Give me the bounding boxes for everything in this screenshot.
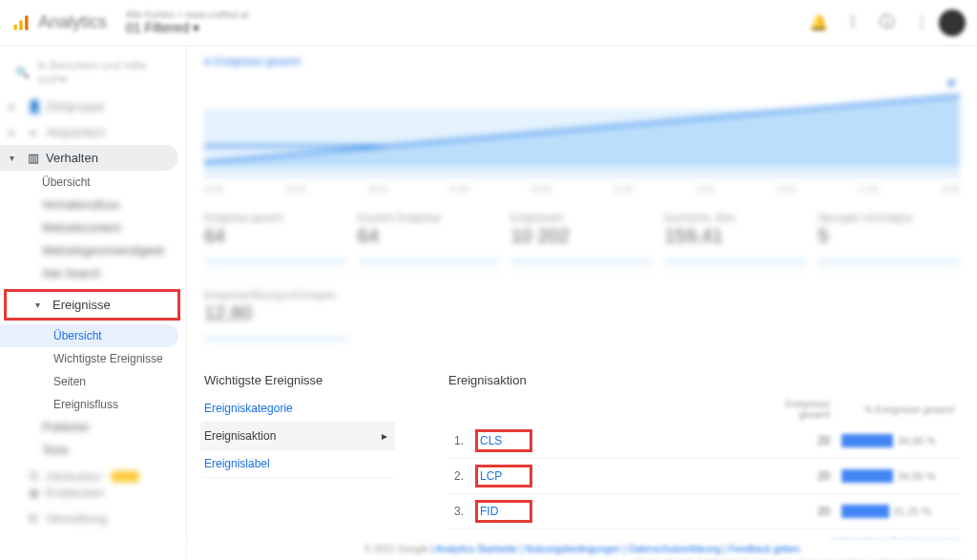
sub-ereignisse-wichtigste[interactable]: Wichtigste Ereignisse <box>0 347 186 370</box>
nav-entdecken[interactable]: ◉Entdecken <box>0 480 179 506</box>
table-row[interactable]: 1. CLS 20 34,00 % <box>448 424 960 459</box>
table-row[interactable]: 2. LCP 20 34,00 % <box>448 459 960 494</box>
sub-ereignisse-seiten[interactable]: Seiten <box>0 370 186 393</box>
main-content: Ereignisse gesamt 01.0003.0005.0007.0009… <box>187 46 977 560</box>
sub-websitecontent[interactable]: Websitecontent <box>0 217 186 239</box>
event-action-link[interactable]: FID <box>475 500 532 523</box>
sub-tests[interactable]: Tests <box>0 439 186 462</box>
sub-sitesearch[interactable]: Site Search <box>0 262 186 285</box>
search-placeholder: In Berichten und Hilfe suche <box>37 59 171 86</box>
scorecards-row1: Ereignisse gesamt64Einzelne Ereignisse64… <box>204 213 960 271</box>
nav-zielgruppe[interactable]: ▸👤Zielgruppe <box>0 93 178 119</box>
chart-legend: Ereignisse gesamt <box>204 55 960 67</box>
sub-verhaltensfluss[interactable]: Verhaltensfluss <box>0 194 186 217</box>
sub-websitegeschw[interactable]: Websitegeschwindigkeit <box>0 239 186 262</box>
account-path: Alle Konten > www.crafted.at <box>126 10 248 20</box>
svg-rect-1 <box>19 20 22 30</box>
sidebar: 🔍 In Berichten und Hilfe suche ▸👤Zielgru… <box>0 46 187 560</box>
scorecard[interactable]: Ereigniswert10 202 <box>511 213 654 271</box>
discover-icon: ◉ <box>27 486 40 500</box>
nav-verwaltung[interactable]: ⚙Verwaltung <box>0 506 179 531</box>
help-icon[interactable]: ⓘ <box>874 10 901 36</box>
search-icon: 🔍 <box>15 66 30 79</box>
chevron-right-icon: ▸ <box>382 429 387 443</box>
chevron-down-icon: ▾ <box>193 20 199 35</box>
highlight-ereignisse: ▾Ereignisse <box>4 289 180 321</box>
gear-icon: ⚙ <box>27 511 40 526</box>
scorecard[interactable]: Einzelne Ereignisse64 <box>358 213 500 271</box>
app-header: Analytics Alle Konten > www.crafted.at 0… <box>0 0 977 46</box>
brand-name: Analytics <box>38 12 107 32</box>
more-icon[interactable]: ⋮ <box>908 10 935 36</box>
nav-verhalten[interactable]: ▾▥Verhalten <box>0 145 178 171</box>
col-count: Ereignisse gesamt <box>779 395 836 424</box>
user-avatar[interactable] <box>939 10 966 36</box>
sub-publisher[interactable]: Publisher <box>0 416 186 439</box>
sub-ereignisse[interactable]: ▾Ereignisse <box>7 292 177 318</box>
event-action-link[interactable]: CLS <box>475 429 532 452</box>
sub-ereignisse-uebersicht[interactable]: Übersicht <box>0 324 178 347</box>
apps-icon[interactable]: ⦙⦙ <box>840 10 866 36</box>
dim-ereigniskategorie[interactable]: Ereigniskategorie <box>204 395 395 423</box>
scorecards-row2: Ereignisse/Sitzung mit Ereignis12,80 <box>204 290 960 348</box>
notifications-icon[interactable]: 🔔 <box>805 10 832 36</box>
behavior-icon: ▥ <box>27 151 40 165</box>
event-action-link[interactable]: LCP <box>475 465 532 487</box>
acquisition-icon: ▸ <box>27 125 40 139</box>
scorecard[interactable]: Ereignisse/Sitzung mit Ereignis12,80 <box>204 290 347 348</box>
account-selector[interactable]: Alle Konten > www.crafted.at 01 Filtered… <box>126 10 248 35</box>
dim-ereignislabel[interactable]: Ereignislabel <box>204 450 395 478</box>
analytics-logo-icon <box>11 13 31 32</box>
table-title: Ereignisaktion <box>448 373 960 395</box>
svg-rect-2 <box>25 15 28 30</box>
dim-ereignisaktion[interactable]: Ereignisaktion▸ <box>200 423 395 450</box>
search-reports[interactable]: 🔍 In Berichten und Hilfe suche <box>0 52 186 93</box>
scorecard[interactable]: Ereignisse gesamt64 <box>204 213 346 271</box>
view-name: 01 Filtered <box>126 20 189 35</box>
sub-ereignisse-fluss[interactable]: Ereignisfluss <box>0 393 186 416</box>
dimensions-title: Wichtigste Ereignisse <box>204 373 395 395</box>
sub-uebersicht[interactable]: Übersicht <box>0 171 186 194</box>
overview-chart[interactable] <box>204 73 960 177</box>
svg-rect-0 <box>14 24 17 30</box>
chart-xaxis: 01.0003.0005.0007.0009.0011.0013.0015.00… <box>204 185 960 194</box>
nav-akquisition[interactable]: ▸▸Akquisition <box>0 119 178 145</box>
scorecard[interactable]: Sitzungen mit Ereignis5 <box>818 213 960 271</box>
dimension-picker: Wichtigste Ereignisse Ereigniskategorie … <box>204 373 395 560</box>
col-pct: % Ereignisse gesamt <box>836 395 960 424</box>
scorecard[interactable]: Durchschn. Wert159,41 <box>664 213 806 271</box>
event-action-table: Ereignisaktion Ereignisse gesamt% Ereign… <box>448 373 960 560</box>
page-footer: © 2021 Google | Analytics-Startseite | N… <box>187 538 977 560</box>
table-row[interactable]: 3. FID 20 31,25 % <box>448 494 960 529</box>
user-icon: 👤 <box>27 99 40 114</box>
